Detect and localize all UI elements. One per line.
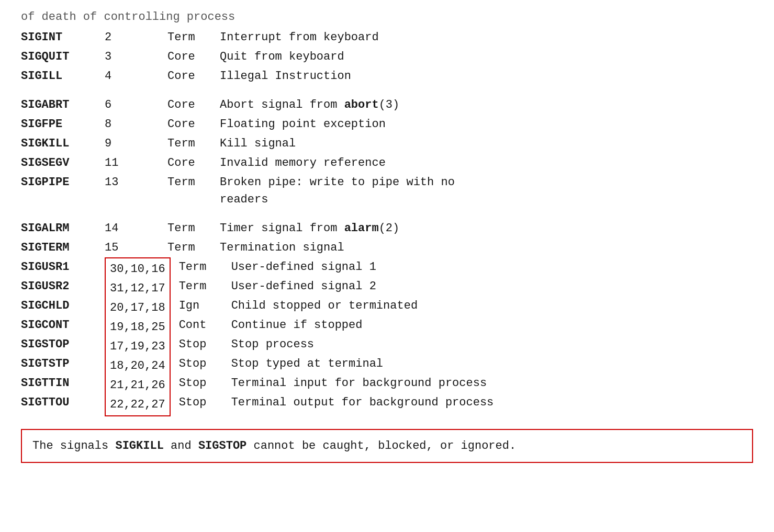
- sigttin-name: SIGTTIN: [21, 373, 105, 393]
- sigterm-desc: Termination signal: [220, 239, 753, 256]
- sigttou-action-desc: Stop Terminal output for background proc…: [179, 393, 753, 412]
- sigfpe-name: SIGFPE: [21, 116, 105, 133]
- sigtstp-name: SIGTSTP: [21, 354, 105, 373]
- sigttin-action: Stop: [179, 375, 231, 392]
- sigsegv-row: SIGSEGV 11 Core Invalid memory reference: [21, 153, 753, 173]
- sigttou-action: Stop: [179, 394, 231, 411]
- sigterm-name: SIGTERM: [21, 239, 105, 256]
- sigpipe-num: 13: [105, 174, 167, 191]
- grouped-signals-section: SIGUSR1 SIGUSR2 SIGCHLD SIGCONT SIGSTOP …: [21, 257, 753, 416]
- sigterm-num: 15: [105, 239, 167, 256]
- sigstop-action-desc: Stop Stop process: [179, 335, 753, 354]
- sigquit-row: SIGQUIT 3 Core Quit from keyboard: [21, 47, 753, 66]
- sigusr1-desc: User-defined signal 1: [231, 258, 376, 276]
- content-area: of death of controlling process SIGINT 2…: [21, 10, 753, 463]
- sigsegv-action: Core: [167, 154, 220, 172]
- sigalrm-num: 14: [105, 220, 167, 237]
- sigalrm-row: SIGALRM 14 Term Timer signal from alarm(…: [21, 219, 753, 238]
- sigkill-desc: Kill signal: [220, 135, 753, 152]
- sigfpe-row: SIGFPE 8 Core Floating point exception: [21, 115, 753, 134]
- sigpipe-row: SIGPIPE 13 Term Broken pipe: write to pi…: [21, 173, 753, 209]
- sigtstp-num: 18,20,24: [110, 356, 165, 376]
- footer-prefix: The signals: [32, 439, 115, 452]
- grouped-numbers-col: 30,10,16 31,12,17 20,17,18 19,18,25 17,1…: [105, 257, 171, 416]
- footer-notice: The signals SIGKILL and SIGSTOP cannot b…: [21, 429, 753, 463]
- sigalrm-desc: Timer signal from alarm(2): [220, 220, 753, 237]
- sigpipe-desc: Broken pipe: write to pipe with noreader…: [220, 174, 753, 208]
- spacer-2: [21, 209, 753, 219]
- sigttin-desc: Terminal input for background process: [231, 375, 487, 392]
- sigill-action: Core: [167, 67, 220, 85]
- sigalrm-action: Term: [167, 220, 220, 237]
- sigabrt-action: Core: [167, 96, 220, 114]
- sigstop-action: Stop: [179, 336, 231, 353]
- sigchld-num: 20,17,18: [110, 298, 165, 318]
- sigabrt-name: SIGABRT: [21, 96, 105, 114]
- sigpipe-name: SIGPIPE: [21, 174, 105, 191]
- sigterm-row: SIGTERM 15 Term Termination signal: [21, 238, 753, 257]
- sigalrm-name: SIGALRM: [21, 220, 105, 237]
- sigill-row: SIGILL 4 Core Illegal Instruction: [21, 66, 753, 86]
- sigill-desc: Illegal Instruction: [220, 67, 753, 85]
- sigabrt-num: 6: [105, 96, 167, 114]
- sigusr2-name: SIGUSR2: [21, 277, 105, 296]
- sigterm-action: Term: [167, 239, 220, 256]
- sigabrt-row: SIGABRT 6 Core Abort signal from abort(3…: [21, 95, 753, 115]
- footer-sigstop: SIGSTOP: [198, 439, 246, 452]
- sigfpe-num: 8: [105, 116, 167, 133]
- sigusr2-action-desc: Term User-defined signal 2: [179, 277, 753, 296]
- grouped-action-desc-col: Term User-defined signal 1 Term User-def…: [179, 257, 753, 412]
- sigcont-name: SIGCONT: [21, 315, 105, 335]
- sigsegv-desc: Invalid memory reference: [220, 154, 753, 172]
- sigint-num: 2: [105, 29, 167, 46]
- sigusr2-num: 31,12,17: [110, 279, 165, 298]
- sigint-action: Term: [167, 29, 220, 46]
- sigcont-action: Cont: [179, 316, 231, 334]
- sigusr1-action: Term: [179, 258, 231, 276]
- sigill-name: SIGILL: [21, 67, 105, 85]
- sigkill-num: 9: [105, 135, 167, 152]
- sigsegv-num: 11: [105, 154, 167, 172]
- truncated-line: of death of controlling process: [21, 10, 753, 24]
- sigquit-desc: Quit from keyboard: [220, 48, 753, 65]
- sigchld-name: SIGCHLD: [21, 296, 105, 315]
- signal-list: SIGINT 2 Term Interrupt from keyboard SI…: [21, 28, 753, 416]
- sigcont-desc: Continue if stopped: [231, 316, 363, 334]
- sigquit-name: SIGQUIT: [21, 48, 105, 65]
- sigkill-row: SIGKILL 9 Term Kill signal: [21, 134, 753, 153]
- footer-suffix: cannot be caught, blocked, or ignored.: [246, 439, 516, 452]
- sigkill-name: SIGKILL: [21, 135, 105, 152]
- sigusr1-action-desc: Term User-defined signal 1: [179, 257, 753, 277]
- sigstop-num: 17,19,23: [110, 337, 165, 356]
- sigcont-action-desc: Cont Continue if stopped: [179, 315, 753, 335]
- sigsegv-name: SIGSEGV: [21, 154, 105, 172]
- sigttou-desc: Terminal output for background process: [231, 394, 494, 411]
- sigstop-desc: Stop process: [231, 336, 314, 353]
- sigtstp-desc: Stop typed at terminal: [231, 355, 383, 372]
- sigchld-action-desc: Ign Child stopped or terminated: [179, 296, 753, 315]
- sigtstp-action-desc: Stop Stop typed at terminal: [179, 354, 753, 373]
- sigfpe-desc: Floating point exception: [220, 116, 753, 133]
- sigfpe-action: Core: [167, 116, 220, 133]
- sigpipe-action: Term: [167, 174, 220, 191]
- sigcont-num: 19,18,25: [110, 318, 165, 337]
- sigint-name: SIGINT: [21, 29, 105, 46]
- sigint-row: SIGINT 2 Term Interrupt from keyboard: [21, 28, 753, 47]
- sigtstp-action: Stop: [179, 355, 231, 372]
- sigusr1-name: SIGUSR1: [21, 257, 105, 277]
- sigttin-num: 21,21,26: [110, 376, 165, 395]
- grouped-names-col: SIGUSR1 SIGUSR2 SIGCHLD SIGCONT SIGSTOP …: [21, 257, 105, 412]
- sigkill-action: Term: [167, 135, 220, 152]
- sigttin-action-desc: Stop Terminal input for background proce…: [179, 373, 753, 393]
- sigstop-name: SIGSTOP: [21, 335, 105, 354]
- sigabrt-desc: Abort signal from abort(3): [220, 96, 753, 114]
- spacer-1: [21, 86, 753, 95]
- sigquit-action: Core: [167, 48, 220, 65]
- sigint-desc: Interrupt from keyboard: [220, 29, 753, 46]
- sigttou-name: SIGTTOU: [21, 393, 105, 412]
- sigusr2-action: Term: [179, 278, 231, 295]
- footer-sigkill: SIGKILL: [115, 439, 163, 452]
- sigill-num: 4: [105, 67, 167, 85]
- sigusr2-desc: User-defined signal 2: [231, 278, 376, 295]
- sigttou-num: 22,22,27: [110, 395, 165, 414]
